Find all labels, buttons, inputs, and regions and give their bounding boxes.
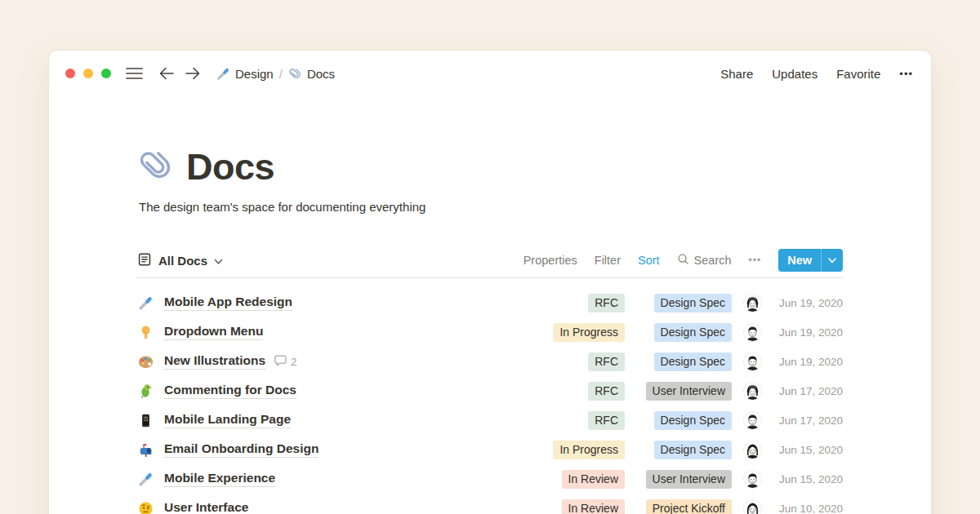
mobile-phone-icon bbox=[137, 412, 154, 428]
paperclip-icon bbox=[288, 67, 302, 81]
type-tag: Design Spec bbox=[654, 411, 732, 430]
forward-arrow-icon[interactable] bbox=[185, 67, 200, 80]
doc-title[interactable]: User Interface bbox=[164, 500, 248, 514]
comment-bubble-icon bbox=[274, 355, 287, 369]
back-arrow-icon[interactable] bbox=[159, 67, 174, 80]
breadcrumb-item-docs[interactable]: Docs bbox=[288, 67, 335, 81]
type-tag: Design Spec bbox=[654, 294, 732, 312]
doc-title[interactable]: Dropdown Menu bbox=[164, 324, 263, 340]
table-row[interactable]: Mobile Experience In Review User Intervi… bbox=[137, 464, 843, 494]
status-tag: RFC bbox=[588, 352, 625, 371]
view-switcher[interactable]: All Docs bbox=[137, 252, 223, 269]
new-dropdown-button[interactable] bbox=[821, 249, 843, 272]
avatar bbox=[744, 353, 761, 370]
view-toolbar: All Docs Properties Filter Sort Search •… bbox=[137, 248, 843, 273]
date-label: Jun 15, 2020 bbox=[777, 444, 843, 456]
new-button[interactable]: New bbox=[778, 249, 843, 272]
document-list-icon bbox=[137, 252, 152, 269]
page-subtitle: The design team's space for documenting … bbox=[139, 200, 843, 214]
more-options-icon[interactable]: ••• bbox=[899, 68, 913, 80]
doc-title[interactable]: Mobile Landing Page bbox=[164, 412, 291, 428]
share-button[interactable]: Share bbox=[720, 67, 753, 81]
search-button[interactable]: Search bbox=[677, 253, 732, 268]
avatar bbox=[744, 441, 761, 459]
doc-title[interactable]: Mobile App Redesign bbox=[164, 295, 292, 311]
sort-button[interactable]: Sort bbox=[638, 254, 660, 267]
type-tag: Project Kickoff bbox=[646, 499, 732, 514]
date-label: Jun 19, 2020 bbox=[777, 297, 843, 309]
date-label: Jun 19, 2020 bbox=[777, 326, 843, 339]
menu-icon[interactable] bbox=[126, 67, 143, 80]
date-label: Jun 15, 2020 bbox=[777, 473, 843, 485]
status-tag: In Progress bbox=[553, 441, 625, 459]
traffic-lights bbox=[65, 69, 111, 78]
titlebar: Design / Docs Share Updates Favorite ••• bbox=[49, 51, 931, 86]
avatar bbox=[744, 500, 761, 514]
titlebar-actions: Share Updates Favorite ••• bbox=[720, 67, 913, 81]
status-tag: RFC bbox=[588, 382, 625, 401]
comment-count: 2 bbox=[291, 356, 297, 368]
docs-table: Mobile App Redesign RFC Design Spec Jun … bbox=[137, 288, 843, 514]
toolbar-actions: Properties Filter Sort Search ••• New bbox=[523, 249, 843, 272]
minimize-window-button[interactable] bbox=[83, 69, 93, 78]
avatar bbox=[744, 383, 761, 400]
date-label: Jun 19, 2020 bbox=[777, 356, 843, 368]
doc-title[interactable]: Email Onboarding Design bbox=[164, 441, 318, 458]
date-label: Jun 17, 2020 bbox=[777, 385, 843, 397]
new-button-label[interactable]: New bbox=[778, 249, 821, 272]
doc-title[interactable]: Mobile Experience bbox=[164, 471, 275, 487]
avatar bbox=[744, 295, 761, 312]
type-tag: Design Spec bbox=[654, 352, 732, 371]
breadcrumb: Design / Docs bbox=[216, 67, 335, 81]
type-tag: Design Spec bbox=[654, 323, 732, 342]
favorite-button[interactable]: Favorite bbox=[836, 67, 880, 81]
app-window: Design / Docs Share Updates Favorite •••… bbox=[49, 51, 931, 514]
breadcrumb-item-design[interactable]: Design bbox=[216, 67, 274, 81]
paperclip-icon bbox=[137, 147, 175, 188]
doc-title[interactable]: New Illustrations bbox=[164, 353, 265, 370]
table-row[interactable]: Email Onboarding Design In Progress Desi… bbox=[137, 435, 843, 464]
table-row[interactable]: New Illustrations 2 RFC Design Spec Jun … bbox=[137, 347, 843, 376]
table-row[interactable]: Commenting for Docs RFC User Interview J… bbox=[137, 376, 843, 405]
breadcrumb-label: Design bbox=[235, 67, 274, 81]
status-tag: RFC bbox=[588, 294, 625, 312]
table-row[interactable]: User Interface In Review Project Kickoff… bbox=[137, 494, 843, 514]
table-row[interactable]: Mobile App Redesign RFC Design Spec Jun … bbox=[137, 288, 843, 317]
updates-button[interactable]: Updates bbox=[772, 67, 817, 81]
zoom-window-button[interactable] bbox=[101, 69, 111, 78]
search-icon bbox=[677, 253, 689, 268]
close-window-button[interactable] bbox=[65, 69, 75, 78]
avatar bbox=[744, 471, 761, 488]
mailbox-icon bbox=[137, 441, 154, 458]
search-label: Search bbox=[694, 254, 732, 267]
more-tools-icon[interactable]: ••• bbox=[749, 255, 762, 266]
avatar bbox=[744, 412, 761, 429]
status-tag: In Review bbox=[562, 470, 625, 489]
page-title: Docs bbox=[186, 146, 274, 188]
table-row[interactable]: Dropdown Menu In Progress Design Spec Ju… bbox=[137, 317, 843, 347]
paintbrush-icon bbox=[137, 295, 154, 311]
paintbrush-icon bbox=[137, 471, 154, 487]
breadcrumb-separator: / bbox=[279, 67, 283, 81]
table-row[interactable]: Mobile Landing Page RFC Design Spec Jun … bbox=[137, 405, 843, 435]
properties-button[interactable]: Properties bbox=[523, 254, 577, 267]
type-tag: User Interview bbox=[646, 470, 732, 489]
type-tag: User Interview bbox=[646, 382, 732, 401]
doc-title[interactable]: Commenting for Docs bbox=[164, 383, 296, 399]
toolbar-divider bbox=[137, 277, 843, 278]
point-down-icon bbox=[137, 324, 154, 340]
comment-indicator[interactable]: 2 bbox=[274, 355, 297, 369]
palette-icon bbox=[137, 353, 154, 370]
date-label: Jun 17, 2020 bbox=[777, 414, 843, 427]
view-name: All Docs bbox=[158, 254, 207, 268]
type-tag: Design Spec bbox=[654, 441, 732, 459]
avatar bbox=[744, 324, 761, 341]
status-tag: RFC bbox=[588, 411, 625, 430]
breadcrumb-label: Docs bbox=[307, 67, 335, 81]
parrot-icon bbox=[137, 383, 154, 399]
date-label: Jun 10, 2020 bbox=[777, 503, 843, 514]
page-header: Docs bbox=[137, 146, 843, 188]
paintbrush-icon bbox=[216, 67, 230, 81]
filter-button[interactable]: Filter bbox=[595, 254, 621, 267]
page-content: Docs The design team's space for documen… bbox=[49, 146, 931, 514]
